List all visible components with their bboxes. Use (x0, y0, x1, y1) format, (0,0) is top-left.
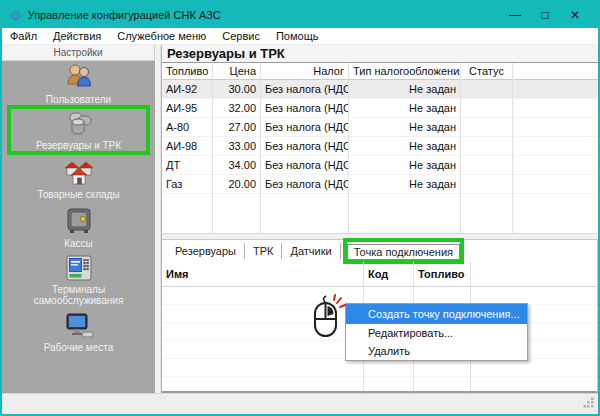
table-cell[interactable]: ДТ (162, 156, 212, 175)
sidebar-item-label: Рабочие места (44, 342, 114, 353)
table-cell[interactable]: Не задан (349, 118, 460, 137)
table-cell[interactable]: АИ-92 (162, 80, 212, 99)
table-cell[interactable]: Без налога (НДС) (261, 156, 348, 175)
sidebar-header-settings[interactable]: Настройки (2, 45, 155, 61)
table-cell[interactable]: Не задан (349, 137, 460, 156)
table-cell[interactable]: Без налога (НДС) (261, 137, 348, 156)
menu-item-create-connection-point[interactable]: Создать точку подключения... (346, 304, 527, 324)
menu-item-edit[interactable]: Редактировать... (346, 324, 527, 342)
page-title: Резервуары и ТРК (162, 45, 598, 63)
table-cell[interactable]: Без налога (НДС) (261, 175, 348, 194)
column-header-price[interactable]: Цена (213, 63, 260, 80)
workstation-icon (62, 312, 96, 340)
maximize-button[interactable]: □ (530, 2, 560, 28)
empty-row (162, 359, 363, 377)
menu-service-menu[interactable]: Служебное меню (117, 30, 206, 42)
resize-grip[interactable] (583, 395, 595, 413)
column-header-name[interactable]: Имя (162, 262, 363, 287)
menu-file[interactable]: Файл (10, 30, 37, 42)
empty-row (414, 377, 470, 395)
tax-column: Налог Без налога (НДС) Без налога (НДС) … (261, 63, 349, 233)
column-header-status[interactable]: Статус (461, 63, 512, 80)
sidebar-item-terminals[interactable]: Терминалы самообслуживания (2, 254, 155, 306)
table-cell[interactable] (461, 99, 512, 118)
tab-trk[interactable]: ТРК (245, 243, 282, 259)
sidebar-body: Пользователи Резервуары и (2, 61, 155, 393)
menu-tools[interactable]: Сервис (222, 30, 260, 42)
column-header-tax-type[interactable]: Тип налогообложения (349, 63, 460, 80)
status-bar (2, 393, 598, 414)
fuel-table: Топливо АИ-92 АИ-95 А-80 АИ-98 ДТ Газ Це… (162, 63, 598, 233)
window-title: Управление конфигурацией СНК АЗС (28, 9, 221, 21)
sidebar-item-warehouses[interactable]: Товарные склады (2, 159, 155, 200)
close-button[interactable]: ✕ (560, 2, 590, 28)
right-click-mouse-icon (310, 294, 350, 350)
status-column: Статус (461, 63, 513, 233)
menu-help[interactable]: Помощь (276, 30, 319, 42)
sidebar-item-label: Пользователи (46, 94, 111, 105)
warehouse-icon (61, 159, 97, 187)
fuel-column: Топливо АИ-92 АИ-95 А-80 АИ-98 ДТ Газ (162, 63, 213, 233)
column-header-fuel[interactable]: Топливо (162, 63, 212, 80)
table-cell[interactable]: АИ-95 (162, 99, 212, 118)
safe-icon (64, 206, 94, 236)
table-cell[interactable]: 27.00 (213, 118, 260, 137)
sidebar-item-cash[interactable]: Кассы (2, 206, 155, 249)
app-gear-icon: ⚙ (10, 9, 22, 22)
table-cell[interactable]: 34.00 (213, 156, 260, 175)
menu-bar: Файл Действия Служебное меню Сервис Помо… (2, 28, 598, 45)
tab-reservoirs[interactable]: Резервуары (167, 243, 245, 259)
table-cell[interactable]: 20.00 (213, 175, 260, 194)
table-cell[interactable]: 33.00 (213, 137, 260, 156)
sidebar-item-label: Товарные склады (37, 189, 119, 200)
tab-connection-point[interactable]: Точка подключения (347, 244, 460, 260)
sidebar: Настройки Пользователи (2, 45, 155, 393)
empty-row (364, 377, 413, 395)
sidebar-item-workplaces[interactable]: Рабочие места (2, 312, 155, 353)
price-column: Цена 30.00 32.00 27.00 33.00 34.00 20.00 (213, 63, 261, 233)
table-cell[interactable]: 32.00 (213, 99, 260, 118)
tab-sensors[interactable]: Датчики (282, 243, 340, 259)
table-cell[interactable] (461, 118, 512, 137)
table-cell[interactable]: Не задан (349, 175, 460, 194)
table-cell[interactable]: Не задан (349, 80, 460, 99)
empty-row (162, 377, 363, 395)
table-cell[interactable]: Газ (162, 175, 212, 194)
table-cell[interactable]: Без налога (НДС) (261, 118, 348, 137)
tab-bar: Резервуары ТРК Датчики Точка подключения (162, 240, 597, 262)
sidebar-item-label: Терминалы самообслуживания (29, 284, 129, 306)
column-header-code[interactable]: Код (364, 262, 413, 287)
table-cell[interactable] (461, 156, 512, 175)
table-cell[interactable]: Без налога (НДС) (261, 99, 348, 118)
title-bar: ⚙ Управление конфигурацией СНК АЗС — □ ✕ (2, 2, 598, 28)
minimize-button[interactable]: — (500, 2, 530, 28)
tax-type-column: Тип налогообложения Не задан Не задан Не… (349, 63, 461, 233)
sidebar-item-users[interactable]: Пользователи (2, 62, 155, 105)
table-filler (513, 63, 598, 233)
empty-row (414, 359, 470, 377)
table-cell[interactable]: Без налога (НДС) (261, 80, 348, 99)
table-cell[interactable]: Не задан (349, 99, 460, 118)
table-cell[interactable] (461, 80, 512, 99)
column-header-conn-fuel[interactable]: Топливо (414, 262, 470, 287)
app-window: ⚙ Управление конфигурацией СНК АЗС — □ ✕… (0, 0, 600, 416)
table-cell[interactable]: Не задан (349, 156, 460, 175)
column-header-tax[interactable]: Налог (261, 63, 348, 80)
table-cell[interactable] (461, 137, 512, 156)
table-cell[interactable]: 30.00 (213, 80, 260, 99)
table-cell[interactable] (461, 175, 512, 194)
annotation-highlight-tab: Точка подключения (343, 238, 464, 264)
menu-item-delete[interactable]: Удалить (346, 342, 527, 360)
sidebar-item-label: Кассы (64, 238, 93, 249)
terminal-icon (64, 254, 94, 282)
context-menu: Создать точку подключения... Редактирова… (345, 303, 528, 361)
empty-row (364, 359, 413, 377)
users-icon (63, 62, 95, 92)
table-cell[interactable]: АИ-98 (162, 137, 212, 156)
table-cell[interactable]: А-80 (162, 118, 212, 137)
annotation-highlight-sidebar-tanks (7, 105, 150, 155)
menu-actions[interactable]: Действия (53, 30, 101, 42)
